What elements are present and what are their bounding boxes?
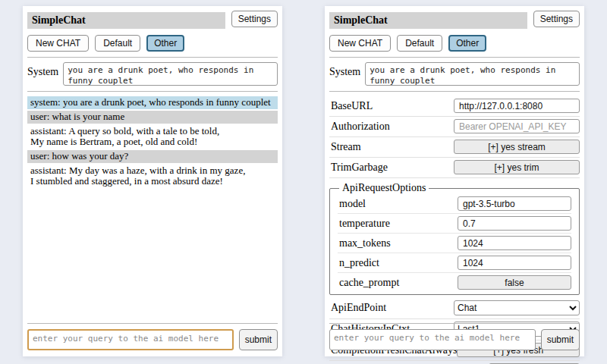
api-request-options-legend: ApiRequestOptions bbox=[339, 182, 429, 194]
system-label: System bbox=[27, 62, 58, 78]
trimgarbage-label: TrimGarbage bbox=[329, 162, 388, 174]
chat-message-list: system: you are a drunk poet, who respon… bbox=[27, 96, 278, 188]
divider bbox=[27, 91, 278, 92]
setting-row-completion-insert: CompletionInsertStandardRolePrefix [-] d… bbox=[329, 361, 580, 364]
setting-row-baseurl: BaseURL bbox=[329, 96, 580, 117]
system-prompt-row: System you are a drunk poet, who respond… bbox=[27, 62, 278, 86]
system-label: System bbox=[329, 62, 360, 78]
n-predict-input[interactable] bbox=[458, 256, 571, 270]
divider bbox=[329, 57, 580, 58]
setting-row-model: model bbox=[338, 194, 571, 214]
baseurl-input[interactable] bbox=[454, 99, 580, 113]
authorization-label: Authorization bbox=[329, 121, 390, 133]
divider bbox=[27, 57, 278, 58]
query-bar: submit bbox=[27, 323, 278, 350]
session-row: New CHAT Default Other bbox=[27, 35, 278, 52]
query-input[interactable] bbox=[329, 329, 536, 350]
trimgarbage-toggle-button[interactable]: [+] yes trim bbox=[454, 160, 580, 174]
settings-button[interactable]: Settings bbox=[231, 11, 278, 27]
system-prompt-input[interactable]: you are a drunk poet, who responds in fu… bbox=[63, 62, 278, 86]
model-input[interactable] bbox=[458, 196, 571, 211]
setting-row-cache-prompt: cache_prompt false bbox=[338, 273, 571, 292]
chat-message-user: user: how was your day? bbox=[27, 150, 278, 163]
chat-message-assistant: assistant: My day was a haze, with a dri… bbox=[27, 165, 278, 188]
new-chat-button[interactable]: New CHAT bbox=[329, 35, 391, 52]
chat-message-assistant: assistant: A query so bold, with a tale … bbox=[27, 125, 278, 149]
setting-row-n-predict: n_predict bbox=[338, 253, 571, 273]
system-prompt-input[interactable]: you are a drunk poet, who responds in fu… bbox=[365, 62, 580, 86]
settings-button[interactable]: Settings bbox=[533, 11, 580, 27]
stream-toggle-button[interactable]: [+] yes stream bbox=[454, 140, 580, 154]
session-button-default[interactable]: Default bbox=[397, 35, 442, 52]
api-endpoint-select[interactable]: Chat bbox=[454, 300, 580, 315]
chat-panel-header: SimpleChat Settings bbox=[27, 11, 278, 29]
app-title: SimpleChat bbox=[27, 12, 225, 29]
setting-row-api-endpoint: ApiEndPoint Chat bbox=[329, 298, 580, 319]
session-row: New CHAT Default Other bbox=[329, 35, 580, 52]
cache-prompt-label: cache_prompt bbox=[338, 277, 399, 289]
model-label: model bbox=[338, 198, 366, 210]
system-prompt-row: System you are a drunk poet, who respond… bbox=[329, 62, 580, 86]
settings-panel-header: SimpleChat Settings bbox=[329, 11, 580, 29]
new-chat-button[interactable]: New CHAT bbox=[27, 35, 89, 52]
baseurl-label: BaseURL bbox=[329, 100, 373, 112]
submit-button[interactable]: submit bbox=[541, 329, 580, 350]
chat-message-user: user: what is your name bbox=[27, 111, 278, 124]
api-request-options-fieldset: ApiRequestOptions model temperature max_… bbox=[329, 182, 580, 295]
temperature-input[interactable] bbox=[458, 216, 571, 231]
api-endpoint-label: ApiEndPoint bbox=[329, 302, 386, 314]
session-button-default[interactable]: Default bbox=[95, 35, 140, 52]
chat-panel: SimpleChat Settings New CHAT Default Oth… bbox=[23, 6, 282, 356]
setting-row-max-tokens: max_tokens bbox=[338, 234, 571, 253]
stream-label: Stream bbox=[329, 141, 361, 153]
session-button-other[interactable]: Other bbox=[146, 35, 184, 52]
divider bbox=[329, 91, 580, 92]
settings-panel: SimpleChat Settings New CHAT Default Oth… bbox=[325, 6, 584, 356]
setting-row-authorization: Authorization bbox=[329, 117, 580, 137]
n-predict-label: n_predict bbox=[338, 257, 379, 269]
setting-row-temperature: temperature bbox=[338, 214, 571, 234]
submit-button[interactable]: submit bbox=[239, 329, 278, 350]
query-bar: submit bbox=[329, 323, 580, 350]
setting-row-stream: Stream [+] yes stream bbox=[329, 137, 580, 158]
temperature-label: temperature bbox=[338, 218, 390, 230]
max-tokens-input[interactable] bbox=[458, 236, 571, 250]
cache-prompt-toggle-button[interactable]: false bbox=[458, 275, 571, 290]
authorization-input[interactable] bbox=[454, 119, 580, 133]
app-title: SimpleChat bbox=[329, 12, 527, 29]
setting-row-trimgarbage: TrimGarbage [+] yes trim bbox=[329, 158, 580, 178]
chat-message-system: system: you are a drunk poet, who respon… bbox=[27, 96, 278, 109]
session-button-other[interactable]: Other bbox=[448, 35, 486, 52]
query-input[interactable] bbox=[27, 329, 234, 350]
max-tokens-label: max_tokens bbox=[338, 237, 391, 249]
